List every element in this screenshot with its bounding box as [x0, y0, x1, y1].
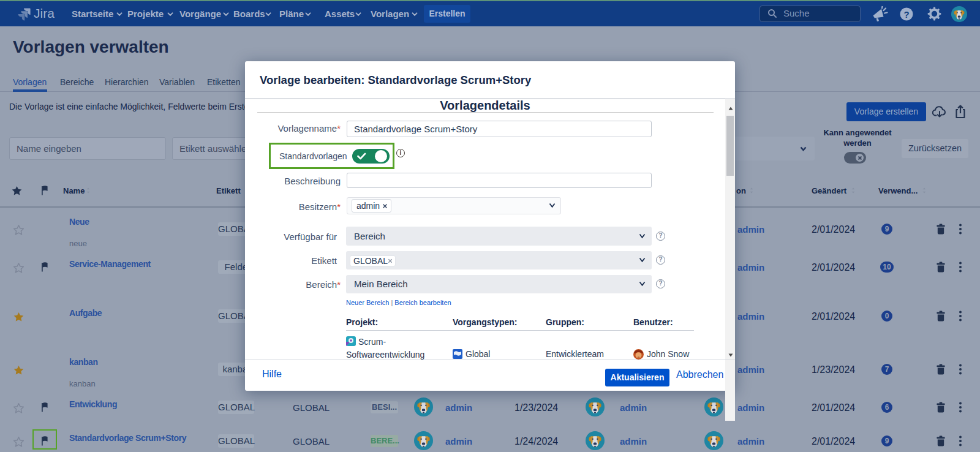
- svg-text:?: ?: [903, 9, 909, 20]
